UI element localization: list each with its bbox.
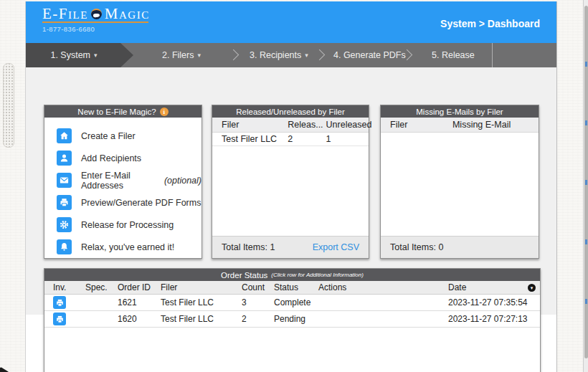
chevron-down-icon: ▾ bbox=[305, 52, 308, 59]
link-label: Release for Processing bbox=[81, 220, 174, 230]
nav-tab-system[interactable]: 1. System ▾ bbox=[26, 43, 133, 67]
export-csv-link[interactable]: Export CSV bbox=[313, 242, 359, 252]
cell-status: Complete bbox=[274, 297, 318, 307]
bell-icon bbox=[57, 239, 72, 254]
column-actions: Actions bbox=[318, 282, 448, 292]
chevron-down-icon: ▾ bbox=[94, 52, 98, 59]
breadcrumb: System > Dashboard bbox=[440, 18, 540, 29]
link-label: Add Recipients bbox=[81, 153, 141, 163]
envelope-icon bbox=[57, 173, 72, 188]
total-items-label: Total Items: 0 bbox=[390, 242, 443, 252]
page-edge-artifact bbox=[585, 120, 587, 125]
page-edge-artifact bbox=[585, 180, 587, 185]
cell-date: 2023-11-27 07:35:54 bbox=[448, 297, 540, 307]
order-status-subtitle: (Click row for Additional Information) bbox=[271, 272, 364, 278]
link-release-for-processing[interactable]: Release for Processing bbox=[57, 214, 201, 236]
nav-tab-release[interactable]: 5. Release bbox=[432, 43, 475, 67]
cell-status: Pending bbox=[274, 314, 318, 324]
column-status: Status bbox=[274, 282, 318, 292]
released-table-header: Filer Releas... Unreleased bbox=[212, 118, 369, 133]
column-date: Date bbox=[448, 282, 540, 292]
nav-tab-label: 4. Generate PDFs bbox=[333, 50, 406, 60]
column-menu-chevron-icon[interactable]: ▾ bbox=[528, 284, 536, 292]
released-table-row[interactable]: Test Filer LLC 2 1 bbox=[212, 133, 369, 146]
link-label: Enter E-Mail Addresses bbox=[81, 171, 161, 191]
getting-started-header: New to E-File Magic? i bbox=[44, 105, 201, 118]
column-order-id: Order ID bbox=[118, 282, 161, 292]
link-label: Preview/Generate PDF Forms bbox=[81, 198, 201, 208]
page-edge-artifact bbox=[585, 62, 587, 67]
app-window: E-File Magic 1-877-836-6680 System > Das… bbox=[25, 1, 557, 372]
nav-tab-label: 3. Recipients bbox=[250, 50, 301, 60]
chevron-down-icon: ▾ bbox=[197, 52, 201, 59]
column-filer: Filer bbox=[161, 282, 242, 292]
printer-icon bbox=[57, 195, 72, 210]
column-filer: Filer bbox=[390, 120, 452, 130]
page-edge-artifact bbox=[585, 239, 587, 244]
nav-arrow-separator bbox=[228, 49, 240, 61]
nav-arrow-separator bbox=[314, 49, 326, 61]
link-create-a-filer[interactable]: Create a Filer bbox=[57, 125, 201, 147]
missing-panel-header: Missing E-Mails by Filer bbox=[381, 105, 539, 118]
cell-filer: Test Filer LLC bbox=[161, 297, 242, 307]
globe-icon bbox=[91, 9, 102, 19]
released-panel-footer: Total Items: 1 Export CSV bbox=[212, 236, 369, 258]
column-unreleased: Unreleased bbox=[326, 120, 369, 130]
link-label-suffix: (optional) bbox=[164, 176, 201, 186]
nav-tab-recipients[interactable]: 3. Recipients ▾ bbox=[250, 43, 308, 67]
order-status-title: Order Status bbox=[221, 271, 267, 280]
page-scrollbar[interactable] bbox=[583, 0, 588, 372]
cell-order-id: 1620 bbox=[118, 314, 161, 324]
printer-icon[interactable] bbox=[53, 296, 66, 309]
column-inv: Inv. bbox=[53, 282, 85, 292]
nav-tab-label: 2. Filers bbox=[162, 50, 194, 60]
orders-table-body-empty bbox=[44, 328, 540, 372]
missing-table-body-empty bbox=[381, 133, 539, 236]
cell-order-id: 1621 bbox=[118, 297, 161, 307]
cell-count: 3 bbox=[242, 297, 274, 307]
getting-started-panel: New to E-File Magic? i Create a Filer Ad… bbox=[44, 105, 202, 259]
printer-icon[interactable] bbox=[53, 313, 66, 325]
released-unreleased-panel: Released/Unreleased by Filer Filer Relea… bbox=[212, 105, 369, 259]
cell-count: 2 bbox=[242, 314, 274, 324]
orders-table-header: Inv. Spec. Order ID Filer Count Status A… bbox=[44, 281, 540, 295]
nav-tab-label: 5. Release bbox=[432, 50, 475, 60]
released-table-body-empty bbox=[212, 146, 369, 236]
missing-table-header: Filer Missing E-Mail bbox=[381, 118, 539, 133]
link-preview-generate-pdf[interactable]: Preview/Generate PDF Forms bbox=[57, 191, 201, 214]
cell-filer: Test Filer LLC bbox=[161, 314, 242, 324]
link-add-recipients[interactable]: Add Recipients bbox=[57, 147, 201, 169]
missing-panel-title: Missing E-Mails by Filer bbox=[416, 108, 503, 116]
order-row-1620[interactable]: 1620 Test Filer LLC 2 Pending 2023-11-27… bbox=[44, 311, 540, 328]
nav-divider bbox=[492, 43, 493, 67]
nav-tab-label: 1. System bbox=[50, 50, 90, 60]
missing-panel-footer: Total Items: 0 bbox=[381, 236, 539, 258]
gear-icon bbox=[57, 217, 72, 232]
link-label: Create a Filer bbox=[81, 131, 136, 141]
info-circle-icon[interactable]: i bbox=[160, 108, 169, 116]
column-released: Releas... bbox=[288, 120, 326, 130]
step-navbar: 1. System ▾ 2. Filers ▾ 3. Recipients ▾ … bbox=[26, 43, 556, 67]
efile-magic-logo[interactable]: E-File Magic 1-877-836-6680 bbox=[42, 6, 150, 33]
released-panel-title: Released/Unreleased by Filer bbox=[236, 108, 345, 116]
column-count: Count bbox=[242, 282, 274, 292]
app-header: E-File Magic 1-877-836-6680 System > Das… bbox=[26, 1, 556, 43]
getting-started-list: Create a Filer Add Recipients Enter E-Ma… bbox=[44, 118, 201, 258]
cell-unreleased: 1 bbox=[326, 134, 369, 144]
column-spec: Spec. bbox=[85, 282, 118, 292]
order-status-panel: Order Status (Click row for Additional I… bbox=[44, 268, 541, 372]
order-status-header: Order Status (Click row for Additional I… bbox=[44, 269, 540, 281]
order-row-1621[interactable]: 1621 Test Filer LLC 3 Complete 2023-11-2… bbox=[44, 295, 540, 311]
nav-tab-generate-pdfs[interactable]: 4. Generate PDFs bbox=[333, 43, 406, 67]
page-edge-artifact bbox=[585, 299, 587, 304]
released-panel-header: Released/Unreleased by Filer bbox=[212, 105, 369, 118]
logo-text-magic: Magic bbox=[105, 6, 150, 21]
missing-emails-panel: Missing E-Mails by Filer Filer Missing E… bbox=[380, 105, 539, 259]
link-relax[interactable]: Relax, you've earned it! bbox=[57, 236, 201, 258]
phone-number: 1-877-836-6680 bbox=[42, 25, 150, 33]
nav-tab-filers[interactable]: 2. Filers ▾ bbox=[162, 43, 201, 67]
cell-filer: Test Filer LLC bbox=[222, 134, 288, 144]
user-icon bbox=[57, 151, 72, 166]
column-missing-email: Missing E-Mail bbox=[452, 120, 539, 130]
link-enter-emails[interactable]: Enter E-Mail Addresses (optional) bbox=[57, 169, 201, 191]
